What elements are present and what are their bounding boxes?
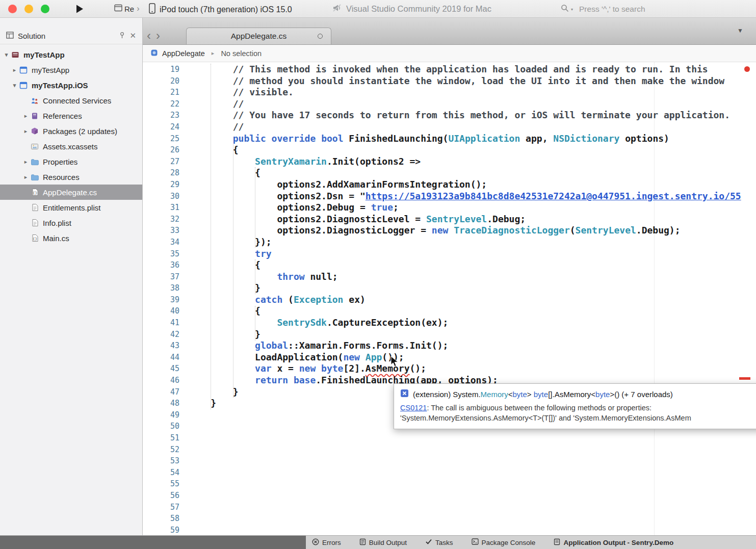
line-number[interactable]: 43	[143, 340, 189, 352]
tree-item-properties[interactable]: ▸Properties	[0, 154, 142, 169]
code-line[interactable]: 56	[143, 490, 756, 502]
line-number[interactable]: 20	[143, 75, 189, 87]
line-number[interactable]: 25	[143, 133, 189, 145]
code-line[interactable]: 44 LoadApplication(new App());	[143, 352, 756, 363]
tree-item-connected-services[interactable]: Connected Services	[0, 93, 142, 108]
line-number[interactable]: 58	[143, 513, 189, 525]
line-number[interactable]: 30	[143, 191, 189, 202]
tree-item-mytestapp-ios[interactable]: ▾myTestApp.iOS	[0, 77, 142, 93]
code-editor[interactable]: 19 // This method is invoked when the ap…	[143, 62, 756, 535]
code-line[interactable]: 35 try	[143, 248, 756, 260]
tree-item-mytestapp[interactable]: ▾myTestApp	[0, 47, 142, 62]
line-number[interactable]: 47	[143, 386, 189, 398]
chevron-down-icon[interactable]: ▾	[2, 51, 11, 58]
navigate-forward-button[interactable]: ›	[156, 30, 160, 42]
code-line[interactable]: 39 catch (Exception ex)	[143, 294, 756, 306]
tree-item-references[interactable]: ▸References	[0, 108, 142, 123]
line-number[interactable]: 29	[143, 179, 189, 191]
close-window-button[interactable]	[8, 5, 17, 13]
code-line[interactable]: 54	[143, 467, 756, 479]
code-line[interactable]: 37 throw null;	[143, 271, 756, 283]
line-number[interactable]: 48	[143, 398, 189, 409]
line-number[interactable]: 36	[143, 259, 189, 271]
bottom-tab-package-console[interactable]: Package Console	[472, 538, 536, 546]
line-number[interactable]: 19	[143, 64, 189, 75]
chevron-right-icon[interactable]: ▸	[21, 113, 30, 119]
line-number[interactable]: 34	[143, 237, 189, 248]
chevron-right-icon[interactable]: ▸	[21, 128, 30, 135]
bottom-tab-errors[interactable]: Errors	[312, 538, 341, 547]
code-line[interactable]: 43 global::Xamarin.Forms.Forms.Init();	[143, 340, 756, 352]
code-line[interactable]: 20 // method you should instantiate the …	[143, 75, 756, 87]
minimize-window-button[interactable]	[24, 5, 33, 13]
line-number[interactable]: 59	[143, 525, 189, 535]
breadcrumb-scope[interactable]: AppDelegate	[162, 49, 205, 58]
line-number[interactable]: 53	[143, 455, 189, 467]
tree-item-entitlements-plist[interactable]: Entitlements.plist	[0, 200, 142, 215]
code-line[interactable]: 29 options2.AddXamarinFormsIntegration()…	[143, 179, 756, 191]
tab-appdelegate[interactable]: AppDelegate.cs	[186, 28, 331, 44]
code-line[interactable]: 40 {	[143, 305, 756, 317]
code-line[interactable]: 58	[143, 513, 756, 525]
line-number[interactable]: 55	[143, 478, 189, 490]
line-number[interactable]: 44	[143, 352, 189, 363]
code-line[interactable]: 24 //	[143, 121, 756, 133]
code-line[interactable]: 55	[143, 478, 756, 490]
line-number[interactable]: 26	[143, 144, 189, 156]
breadcrumb-selection[interactable]: No selection	[221, 49, 262, 58]
chevron-right-icon[interactable]: ▸	[10, 67, 19, 73]
tab-modified-icon[interactable]	[318, 34, 323, 39]
code-line[interactable]: 25 public override bool FinishedLaunchin…	[143, 133, 756, 145]
code-line[interactable]: 28 {	[143, 167, 756, 179]
code-line[interactable]: 22 //	[143, 98, 756, 110]
line-number[interactable]: 35	[143, 248, 189, 260]
line-number[interactable]: 28	[143, 167, 189, 179]
line-number[interactable]: 37	[143, 271, 189, 283]
line-number[interactable]: 38	[143, 282, 189, 294]
line-number[interactable]: 50	[143, 421, 189, 432]
code-line[interactable]: 19 // This method is invoked when the ap…	[143, 64, 756, 75]
code-line[interactable]: 23 // You have 17 seconds to return from…	[143, 110, 756, 121]
code-line[interactable]: 59	[143, 525, 756, 535]
code-line[interactable]: 45 var x = new byte[2].AsMemory();	[143, 363, 756, 375]
bottom-tab-application-output-sentry-demo[interactable]: Application Output - Sentry.Demo	[554, 538, 673, 547]
tree-item-assets-xcassets[interactable]: Assets.xcassets	[0, 139, 142, 154]
line-number[interactable]: 42	[143, 329, 189, 341]
device-selector[interactable]: iPod touch (7th generation) iOS 15.0	[149, 3, 292, 16]
chevron-right-icon[interactable]: ▸	[21, 174, 30, 180]
code-line[interactable]: 32 options2.DiagnosticLevel = SentryLeve…	[143, 214, 756, 225]
tree-item-info-plist[interactable]: Info.plist	[0, 215, 142, 230]
line-number[interactable]: 56	[143, 490, 189, 502]
close-pad-icon[interactable]: ✕	[129, 31, 136, 40]
code-line[interactable]: 31 options2.Debug = true;	[143, 202, 756, 214]
error-underlined-token[interactable]: AsMemory	[366, 363, 410, 374]
line-number[interactable]: 57	[143, 502, 189, 513]
code-line[interactable]: 21 // visible.	[143, 87, 756, 98]
line-number[interactable]: 32	[143, 214, 189, 225]
error-marker-icon[interactable]	[744, 66, 750, 72]
line-number[interactable]: 23	[143, 110, 189, 121]
code-line[interactable]: 41 SentrySdk.CaptureException(ex);	[143, 317, 756, 329]
tree-item-resources[interactable]: ▸Resources	[0, 169, 142, 185]
line-number[interactable]: 24	[143, 121, 189, 133]
line-number[interactable]: 41	[143, 317, 189, 329]
line-number[interactable]: 22	[143, 98, 189, 110]
line-number[interactable]: 27	[143, 156, 189, 168]
code-line[interactable]: 38 }	[143, 282, 756, 294]
run-button[interactable]	[75, 4, 84, 16]
zoom-window-button[interactable]	[41, 5, 49, 13]
tree-item-packages-2-updates-[interactable]: ▸Packages (2 updates)	[0, 123, 142, 139]
tree-item-mytestapp[interactable]: ▸myTestApp	[0, 62, 142, 77]
code-line[interactable]: 34 });	[143, 237, 756, 248]
code-line[interactable]: 33 options2.DiagnosticLogger = new Trace…	[143, 225, 756, 237]
chevron-down-icon[interactable]: ▾	[10, 82, 19, 89]
bottom-tab-tasks[interactable]: Tasks	[425, 538, 453, 546]
code-line[interactable]: 53	[143, 455, 756, 467]
line-number[interactable]: 40	[143, 305, 189, 317]
pin-pad-icon[interactable]	[119, 32, 125, 40]
line-number[interactable]: 39	[143, 294, 189, 306]
global-search-field[interactable]: ▾ Press '^,' to search	[561, 4, 645, 14]
code-line[interactable]: 42 }	[143, 329, 756, 341]
code-line[interactable]: 27 SentryXamarin.Init(options2 =>	[143, 156, 756, 168]
error-code-link[interactable]: CS0121	[400, 404, 427, 412]
